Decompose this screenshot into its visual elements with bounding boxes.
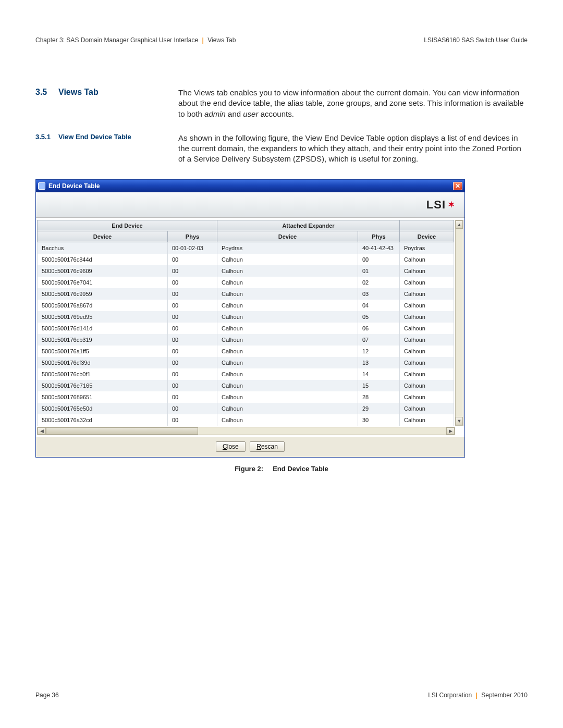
logo-star-icon: ✶ <box>448 200 455 209</box>
table-cell: 00 <box>168 391 217 403</box>
logo-text: LSI <box>426 198 446 212</box>
table-cell: 14 <box>358 368 400 380</box>
table-cell: 5000c5001765e50d <box>38 403 168 414</box>
table-row[interactable]: Bacchus00-01-02-03Poydras40-41-42-43Poyd… <box>38 242 454 254</box>
subsection-heading-row: 3.5.1 View End Device Table As shown in … <box>35 133 528 165</box>
table-cell: 00-01-02-03 <box>168 242 217 254</box>
table-cell: 00 <box>168 357 217 368</box>
table-row[interactable]: 5000c500176cf39d00Calhoun13Calhoun <box>38 357 454 368</box>
table-cell: 00 <box>168 254 217 265</box>
table-row[interactable]: 5000c500176c844d00Calhoun00Calhoun <box>38 254 454 265</box>
rescan-button[interactable]: Rescan <box>250 441 285 452</box>
table-cell: 00 <box>168 311 217 323</box>
close-button[interactable]: Close <box>216 441 246 452</box>
table-cell: Calhoun <box>217 357 358 368</box>
footer-company: LSI Corporation <box>428 692 472 699</box>
table-cell: Calhoun <box>400 288 454 300</box>
footer-page-number: Page 36 <box>35 692 59 699</box>
table-cell: 12 <box>358 346 400 357</box>
table-cell: 01 <box>358 265 400 277</box>
table-cell: 5000c500176c9959 <box>38 288 168 300</box>
table-row[interactable]: 5000c500176cb31900Calhoun07Calhoun <box>38 334 454 346</box>
table-cell: 00 <box>168 414 217 426</box>
table-row[interactable]: 5000c5001765e50d00Calhoun29Calhoun <box>38 403 454 414</box>
table-cell: 06 <box>358 323 400 334</box>
table-row[interactable]: 5000c500176a867d00Calhoun04Calhoun <box>38 300 454 311</box>
figure-caption: Figure 2: End Device Table <box>35 465 528 473</box>
end-device-table: End Device Attached Expander Device Phys… <box>37 220 454 426</box>
group-header-attached-expander[interactable]: Attached Expander <box>217 220 400 231</box>
subsection-number: 3.5.1 <box>35 133 58 165</box>
table-cell: 30 <box>358 414 400 426</box>
col-phys-1[interactable]: Phys <box>168 231 217 242</box>
table-row[interactable]: 5000c500176a32cd00Calhoun30Calhoun <box>38 414 454 426</box>
header-doc-title: LSISAS6160 SAS Switch User Guide <box>424 36 528 44</box>
col-device-3[interactable]: Device <box>400 231 454 242</box>
table-row[interactable]: 5000c500176e716500Calhoun15Calhoun <box>38 380 454 391</box>
table-cell: Calhoun <box>217 391 358 403</box>
table-cell: Calhoun <box>400 277 454 288</box>
table-row[interactable]: 5000c5001769ed9500Calhoun05Calhoun <box>38 311 454 323</box>
content-area: 3.5 Views Tab The Views tab enables you … <box>35 88 528 473</box>
table-row[interactable]: 5000c500176e704100Calhoun02Calhoun <box>38 277 454 288</box>
col-device-2[interactable]: Device <box>217 231 358 242</box>
table-row[interactable]: 5000c500176d141d00Calhoun06Calhoun <box>38 323 454 334</box>
horizontal-scrollbar[interactable]: ◀ ▶ <box>37 427 455 435</box>
table-row[interactable]: 5000c5001768965100Calhoun28Calhoun <box>38 391 454 403</box>
table-cell: Calhoun <box>400 368 454 380</box>
logo-banner: LSI ✶ <box>36 192 464 217</box>
group-header-end-device[interactable]: End Device <box>38 220 217 231</box>
section-body: The Views tab enables you to view inform… <box>178 88 528 119</box>
figure-label: Figure 2: <box>235 465 263 473</box>
table-cell: 03 <box>358 288 400 300</box>
close-icon[interactable]: ✕ <box>453 182 462 190</box>
table-cell: Calhoun <box>400 414 454 426</box>
table-row[interactable]: 5000c500176cb0f100Calhoun14Calhoun <box>38 368 454 380</box>
table-cell: Calhoun <box>400 357 454 368</box>
scroll-left-icon[interactable]: ◀ <box>38 427 46 435</box>
col-device-1[interactable]: Device <box>38 231 168 242</box>
table-cell: 40-41-42-43 <box>358 242 400 254</box>
page-footer: Page 36 LSI Corporation | September 2010 <box>35 692 528 699</box>
table-cell: 00 <box>168 346 217 357</box>
table-cell: 07 <box>358 334 400 346</box>
group-header-row: End Device Attached Expander <box>38 220 454 231</box>
table-cell: 29 <box>358 403 400 414</box>
table-cell: 5000c50017689651 <box>38 391 168 403</box>
page-header: Chapter 3: SAS Domain Manager Graphical … <box>35 36 528 44</box>
table-cell: 00 <box>358 254 400 265</box>
table-cell: 5000c500176c844d <box>38 254 168 265</box>
table-cell: Calhoun <box>400 311 454 323</box>
table-cell: 05 <box>358 311 400 323</box>
scroll-up-icon[interactable]: ▲ <box>456 220 463 229</box>
column-header-row: Device Phys Device Phys Device <box>38 231 454 242</box>
vertical-scrollbar[interactable]: ▲ ▼ <box>455 220 463 426</box>
table-row[interactable]: 5000c500176c995900Calhoun03Calhoun <box>38 288 454 300</box>
subsection-title: View End Device Table <box>58 133 178 165</box>
table-cell: 5000c500176cb0f1 <box>38 368 168 380</box>
table-scroll-viewport: End Device Attached Expander Device Phys… <box>36 217 464 437</box>
table-cell: Calhoun <box>217 403 358 414</box>
footer-right: LSI Corporation | September 2010 <box>428 692 528 699</box>
table-cell: Calhoun <box>217 368 358 380</box>
table-cell: 00 <box>168 265 217 277</box>
table-cell: 00 <box>168 334 217 346</box>
scroll-down-icon[interactable]: ▼ <box>456 417 463 425</box>
table-cell: 00 <box>168 368 217 380</box>
table-cell: Calhoun <box>217 323 358 334</box>
scroll-thumb[interactable] <box>46 427 198 435</box>
table-cell: Poydras <box>217 242 358 254</box>
emphasis-admin: admin <box>204 109 226 118</box>
scroll-track[interactable] <box>46 427 446 435</box>
table-cell: 00 <box>168 403 217 414</box>
table-row[interactable]: 5000c500176c960900Calhoun01Calhoun <box>38 265 454 277</box>
header-separator: | <box>200 36 206 44</box>
group-header-blank[interactable] <box>400 220 454 231</box>
window-titlebar[interactable]: End Device Table ✕ <box>36 180 464 192</box>
col-phys-2[interactable]: Phys <box>358 231 400 242</box>
table-body: Bacchus00-01-02-03Poydras40-41-42-43Poyd… <box>38 242 454 426</box>
table-row[interactable]: 5000c500176a1ff500Calhoun12Calhoun <box>38 346 454 357</box>
table-cell: Calhoun <box>400 265 454 277</box>
table-cell: Calhoun <box>217 311 358 323</box>
scroll-right-icon[interactable]: ▶ <box>446 427 455 435</box>
